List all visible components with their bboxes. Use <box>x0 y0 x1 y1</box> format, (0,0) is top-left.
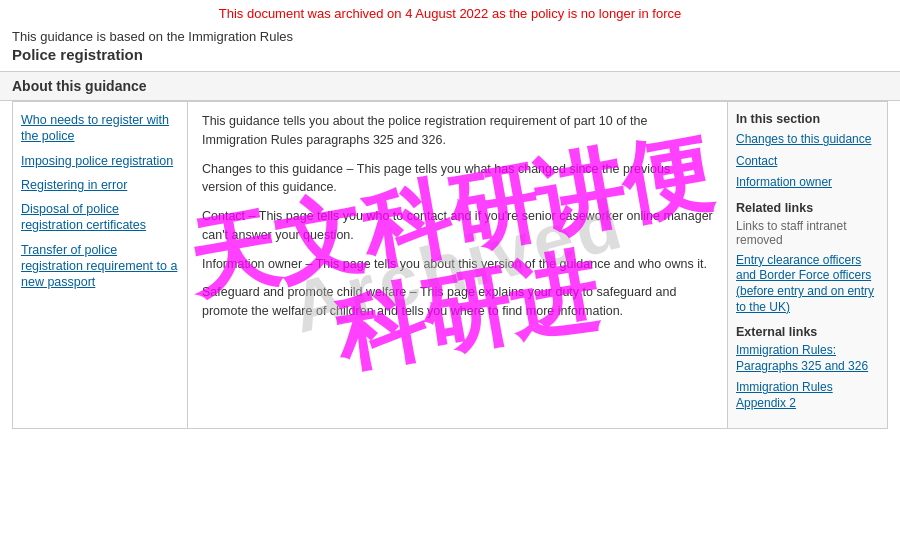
main-layout: Who needs to register with the police Im… <box>12 101 888 429</box>
right-ext-link-1[interactable]: Immigration Rules: Paragraphs 325 and 32… <box>736 343 879 374</box>
mid-content: This guidance tells you about the police… <box>188 102 727 428</box>
nav-link-1[interactable]: Who needs to register with the police <box>21 112 179 145</box>
nav-link-5[interactable]: Transfer of police registration requirem… <box>21 242 179 291</box>
external-links-label: External links <box>736 325 879 339</box>
section-heading: About this guidance <box>0 71 900 101</box>
main-para-2: Changes to this guidance – This page tel… <box>202 160 713 198</box>
right-link-border-force[interactable]: Entry clearance officers and Border Forc… <box>736 253 879 315</box>
left-nav: Who needs to register with the police Im… <box>13 102 188 428</box>
nav-link-4[interactable]: Disposal of police registration certific… <box>21 201 179 234</box>
nav-link-3[interactable]: Registering in error <box>21 177 179 193</box>
sub-heading: This guidance is based on the Immigratio… <box>0 25 900 44</box>
archived-notice: This document was archived on 4 August 2… <box>219 6 682 21</box>
main-para-5: Safeguard and promote child welfare – Th… <box>202 283 713 321</box>
related-note: Links to staff intranet removed <box>736 219 879 247</box>
right-ext-link-2[interactable]: Immigration Rules Appendix 2 <box>736 380 879 411</box>
in-this-section-label: In this section <box>736 112 879 126</box>
main-para-4: Information owner – This page tells you … <box>202 255 713 274</box>
main-para-1: This guidance tells you about the police… <box>202 112 713 150</box>
right-link-3[interactable]: Information owner <box>736 175 879 191</box>
page-title: Police registration <box>0 44 900 71</box>
top-bar: This document was archived on 4 August 2… <box>0 0 900 25</box>
related-links-label: Related links <box>736 201 879 215</box>
right-link-2[interactable]: Contact <box>736 154 879 170</box>
main-para-3: Contact – This page tells you who to con… <box>202 207 713 245</box>
nav-link-2[interactable]: Imposing police registration <box>21 153 179 169</box>
right-link-1[interactable]: Changes to this guidance <box>736 132 879 148</box>
right-col: In this section Changes to this guidance… <box>727 102 887 428</box>
